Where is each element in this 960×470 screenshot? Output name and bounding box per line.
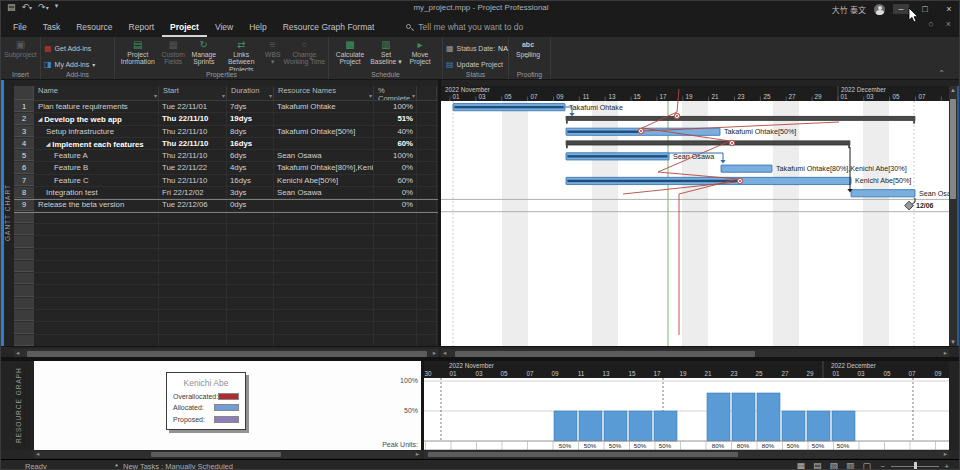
minimize-button[interactable]: – [893, 4, 909, 14]
scroll-down-icon[interactable]: ▼ [949, 339, 957, 345]
cell-start[interactable]: Tue 22/12/06 [159, 199, 227, 210]
cell-name[interactable]: ◢Implement each features [34, 138, 159, 149]
scroll-right-icon[interactable]: ▸ [944, 450, 947, 458]
cell-start[interactable]: Thu 22/11/10 [159, 138, 227, 149]
table-row[interactable]: 3Setup infrastructureThu 22/11/108dysTak… [14, 126, 438, 138]
table-hscrollbar[interactable]: ◂ ▸ [14, 349, 438, 357]
cell-duration[interactable]: 0dys [227, 199, 274, 210]
scroll-right-icon[interactable]: ▸ [416, 450, 419, 458]
ribbon-tab-help[interactable]: Help [241, 18, 274, 37]
cell-start[interactable]: Tue 22/11/22 [159, 162, 227, 173]
ribbon-close-icon[interactable]: × [946, 19, 951, 29]
cell-complete[interactable]: 0% [374, 199, 417, 210]
table-row[interactable]: 1Plan feature requirementsTue 22/11/017d… [14, 101, 438, 113]
cell-name[interactable]: Feature A [34, 150, 159, 161]
get-add-ins-button[interactable]: ▦Get Add-ins [41, 41, 114, 55]
user-name[interactable]: 大竹 泰文 [832, 4, 866, 15]
vertical-scrollbar[interactable]: ▲ ▼ [949, 86, 957, 346]
ribbon-options-icon[interactable]: ○ [928, 19, 933, 29]
cell-duration[interactable]: 7dys [227, 101, 274, 112]
cell-start[interactable]: Thu 22/11/10 [159, 150, 227, 161]
cell-name[interactable]: Feature C [34, 175, 159, 186]
vertical-scroll-thumb[interactable] [950, 99, 956, 199]
close-button[interactable]: × [941, 4, 957, 14]
cell-name[interactable]: Release the beta version [34, 199, 159, 210]
cell-resource-names[interactable]: Takafumi Ohtake [274, 101, 374, 112]
report-view-icon[interactable]: ▢ [862, 461, 871, 470]
cell-complete[interactable]: 60% [374, 175, 417, 186]
zoom-out-button[interactable]: − [881, 462, 885, 470]
ribbon-tab-report[interactable]: Report [121, 18, 163, 37]
column-header-resource-names[interactable]: Resource Names▾ [274, 86, 374, 100]
allocation-bar[interactable] [757, 393, 780, 441]
cell-duration[interactable]: 8dys [227, 126, 274, 137]
scroll-left-icon[interactable]: ◂ [443, 349, 446, 357]
status-date-button[interactable]: ▦Status Date:NA [443, 41, 508, 55]
allocation-bar[interactable] [807, 411, 830, 441]
cell-duration[interactable]: 6dys [227, 150, 274, 161]
spelling-button[interactable]: abc✓Spelling [511, 39, 545, 71]
cell-extra[interactable] [417, 162, 437, 173]
new-tasks-mode[interactable]: New Tasks : Manually Scheduled [123, 462, 233, 470]
allocation-bar[interactable] [629, 411, 652, 441]
ribbon-tab-view[interactable]: View [207, 18, 241, 37]
filter-arrow-icon[interactable]: ▾ [222, 93, 225, 99]
cell-resource-names[interactable]: Takafumi Ohtake[80%],Kenic [274, 162, 374, 173]
cell-extra[interactable] [417, 175, 437, 186]
cell-duration[interactable]: 16dys [227, 175, 274, 186]
column-header-name[interactable]: Name▾ [34, 86, 159, 100]
scroll-right-icon[interactable]: ▸ [433, 349, 436, 357]
allocation-bar[interactable] [579, 411, 602, 441]
cell-name[interactable]: Integration test [34, 187, 159, 198]
gantt-chart-view-icon[interactable]: ▦ [796, 461, 805, 470]
update-project-button[interactable]: ▤Update Project [443, 57, 508, 71]
cell-name[interactable]: ◢Develop the web app [34, 113, 159, 124]
cell-duration[interactable]: 4dys [227, 162, 274, 173]
task-bar[interactable] [851, 190, 915, 197]
scroll-left-icon[interactable]: ◂ [16, 349, 19, 357]
cell-complete[interactable]: 0% [374, 187, 417, 198]
cell-resource-names[interactable] [274, 138, 374, 149]
cell-start[interactable]: Thu 22/11/10 [159, 113, 227, 124]
cell-resource-names[interactable] [274, 199, 374, 210]
expand-triangle-icon[interactable]: ◢ [46, 141, 50, 147]
filter-arrow-icon[interactable]: ▾ [269, 93, 272, 99]
scroll-right-icon[interactable]: ▸ [944, 349, 947, 357]
cell-resource-names[interactable]: Sean Osawa [274, 187, 374, 198]
legend-hscrollbar[interactable]: ◂ ▸ [34, 451, 421, 458]
cell-start[interactable]: Thu 22/11/10 [159, 126, 227, 137]
cell-extra[interactable] [417, 150, 437, 161]
cell-complete[interactable]: 100% [374, 150, 417, 161]
cell-name[interactable]: Setup infrastructure [34, 126, 159, 137]
cell-duration[interactable]: 3dys [227, 187, 274, 198]
cell-start[interactable]: Tue 22/11/01 [159, 101, 227, 112]
allocation-bar[interactable] [832, 411, 855, 441]
set-baseline-button[interactable]: ▥Set Baseline ▾ [369, 39, 403, 71]
summary-bar[interactable] [566, 116, 915, 120]
table-row[interactable]: 9Release the beta versionTue 22/12/060dy… [14, 199, 438, 211]
filter-arrow-icon[interactable]: ▾ [154, 93, 157, 99]
cell-extra[interactable] [417, 113, 437, 124]
zoom-slider-thumb[interactable] [914, 462, 917, 470]
column-header-start[interactable]: Start▾ [159, 86, 227, 100]
calculate-project-button[interactable]: ▩Calculate Project [331, 39, 369, 71]
cell-extra[interactable] [417, 187, 437, 198]
cell-name[interactable]: Feature B [34, 162, 159, 173]
my-add-ins-button[interactable]: ◨My Add-ins▾ [41, 57, 114, 71]
ribbon-tab-project[interactable]: Project [162, 18, 207, 37]
team-planner-view-icon[interactable]: ▧ [829, 461, 838, 470]
table-row[interactable]: 5Feature AThu 22/11/106dysSean Osawa100% [14, 150, 438, 162]
project-information-button[interactable]: ▤Project Information [117, 39, 158, 71]
table-row[interactable]: 6Feature BTue 22/11/224dysTakafumi Ohtak… [14, 162, 438, 174]
scroll-up-icon[interactable]: ▲ [949, 87, 957, 93]
allocation-bar[interactable] [707, 393, 730, 441]
tell-me-search[interactable]: Tell me what you want to do [406, 22, 523, 32]
cell-resource-names[interactable] [274, 113, 374, 124]
allocation-bar[interactable] [782, 411, 805, 441]
ribbon-tab-task[interactable]: Task [35, 18, 68, 37]
avatar[interactable] [874, 4, 885, 15]
cell-extra[interactable] [417, 199, 437, 210]
cell-extra[interactable] [417, 126, 437, 137]
table-row[interactable]: 4◢Implement each featuresThu 22/11/1016d… [14, 138, 438, 150]
cell-start[interactable]: Fri 22/12/02 [159, 187, 227, 198]
